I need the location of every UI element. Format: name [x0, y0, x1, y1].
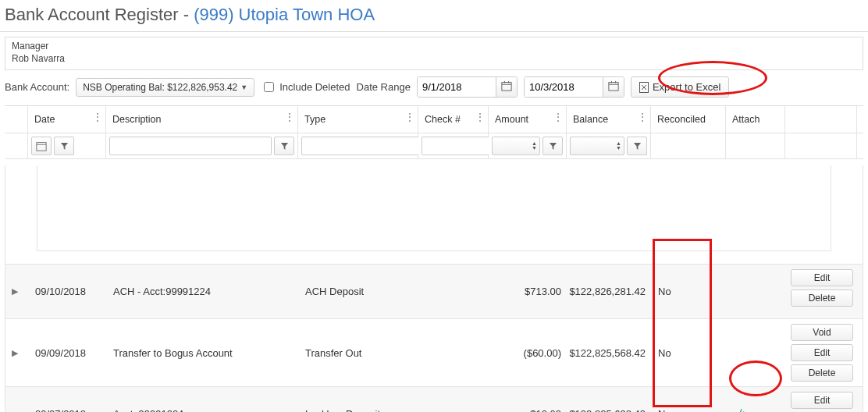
expand-icon[interactable]: ▶ [12, 286, 18, 297]
column-menu-icon[interactable]: ⋮ [404, 111, 414, 123]
cell-date: 09/09/2018 [29, 319, 107, 386]
svg-rect-0 [502, 83, 511, 91]
detail-panel-empty [37, 165, 831, 251]
paperclip-icon[interactable] [733, 408, 745, 412]
filter-date [28, 133, 106, 158]
filter-balance: ▲▼ [567, 133, 651, 158]
cell-reconciled: No [652, 387, 727, 412]
filter-icon[interactable] [627, 137, 647, 155]
table-row: ▶ 09/10/2018 ACH - Acct:99991224 ACH Dep… [5, 264, 863, 318]
col-date-label: Date [34, 114, 55, 125]
hoa-link[interactable]: (999) Utopia Town HOA [194, 5, 375, 24]
excel-icon [639, 82, 649, 93]
export-excel-button[interactable]: Export to Excel [631, 76, 729, 98]
edit-button[interactable]: Edit [791, 269, 853, 286]
filter-type-input[interactable] [301, 137, 426, 155]
cell-attach[interactable] [727, 387, 786, 412]
date-from-field[interactable] [417, 76, 518, 98]
cell-balance: $122,825,568.42 [567, 319, 652, 386]
column-menu-icon[interactable]: ⋮ [284, 111, 294, 123]
table-row: ▶ 09/09/2018 Transfer to Bogus Account T… [5, 318, 863, 386]
col-check-label: Check # [425, 114, 461, 125]
date-from-input[interactable] [418, 77, 496, 97]
cell-description: ACH - Acct:99991224 [107, 265, 299, 318]
cell-reconciled: No [652, 265, 727, 318]
delete-button[interactable]: Delete [791, 364, 853, 382]
chevron-down-icon: ▼ [240, 83, 247, 91]
column-menu-icon[interactable]: ⋮ [92, 111, 102, 123]
date-picker-icon[interactable] [31, 137, 52, 155]
calendar-icon[interactable] [496, 77, 517, 97]
date-to-input[interactable] [525, 77, 603, 97]
column-menu-icon[interactable]: ⋮ [553, 111, 563, 123]
col-balance-label: Balance [573, 114, 608, 125]
svg-rect-9 [37, 143, 46, 151]
col-type[interactable]: Type⋮ [298, 106, 418, 133]
filter-expand [5, 133, 28, 158]
col-amount[interactable]: Amount⋮ [489, 106, 567, 133]
delete-button[interactable]: Delete [791, 289, 853, 307]
register-grid: Date⋮ Description⋮ Type⋮ Check #⋮ Amount… [5, 105, 863, 412]
header-row: Date⋮ Description⋮ Type⋮ Check #⋮ Amount… [5, 106, 863, 133]
filter-icon[interactable] [54, 137, 74, 155]
filter-check [418, 133, 489, 158]
cell-attach [727, 319, 786, 386]
include-deleted-checkbox[interactable]: Include Deleted [261, 80, 350, 94]
cell-check [419, 265, 489, 318]
cell-type: Transfer Out [299, 319, 419, 386]
manager-label: Manager [12, 41, 856, 53]
title-prefix: Bank Account Register - [5, 5, 194, 24]
page-title: Bank Account Register - (999) Utopia Tow… [0, 0, 868, 32]
cell-type: Lockbox Deposit [299, 387, 419, 412]
col-balance[interactable]: Balance⋮ [567, 106, 651, 133]
filter-icon[interactable] [542, 137, 563, 155]
edit-button[interactable]: Edit [791, 344, 853, 361]
edit-button[interactable]: Edit [791, 392, 853, 409]
col-attach-label: Attach [732, 114, 760, 125]
col-description[interactable]: Description⋮ [106, 106, 298, 133]
col-attach[interactable]: Attach [726, 106, 785, 133]
filter-description-input[interactable] [109, 137, 272, 155]
cell-description: Acct: 99991224 [107, 387, 299, 412]
bank-account-value: NSB Operating Bal: $122,826,953.42 [83, 82, 237, 93]
table-row: ▼ 09/07/2018 Acct: 99991224 Lockbox Depo… [5, 386, 863, 412]
filter-description [106, 133, 298, 158]
expand-icon[interactable]: ▶ [12, 348, 18, 358]
col-desc-label: Description [112, 114, 162, 125]
calendar-icon[interactable] [603, 77, 624, 97]
filter-amount: ▲▼ [489, 133, 567, 158]
filter-icon[interactable] [274, 137, 294, 155]
cell-balance: $122,826,281.42 [567, 265, 652, 318]
manager-info: Manager Rob Navarra [5, 37, 863, 70]
filter-attach [726, 133, 785, 158]
column-menu-icon[interactable]: ⋮ [475, 111, 485, 123]
col-check[interactable]: Check #⋮ [418, 106, 489, 133]
cell-check [419, 319, 489, 386]
cell-date: 09/07/2018 [29, 387, 107, 412]
date-range-label: Date Range [357, 81, 411, 93]
cell-type: ACH Deposit [299, 265, 419, 318]
col-date[interactable]: Date⋮ [28, 106, 106, 133]
numeric-stepper-icon[interactable]: ▲▼ [492, 137, 540, 155]
bank-account-select[interactable]: NSB Operating Bal: $122,826,953.42 ▼ [76, 78, 254, 97]
date-to-field[interactable] [524, 76, 624, 98]
manager-name: Rob Navarra [12, 53, 856, 66]
void-button[interactable]: Void [791, 324, 853, 341]
col-reconciled[interactable]: Reconciled [651, 106, 726, 133]
filter-bar: Bank Account: NSB Operating Bal: $122,82… [0, 70, 868, 105]
col-amount-label: Amount [495, 114, 528, 125]
filter-actions [785, 133, 857, 158]
include-deleted-input[interactable] [264, 82, 274, 92]
cell-amount: ($60.00) [489, 319, 567, 386]
col-actions [785, 106, 857, 133]
cell-attach [727, 265, 786, 318]
col-expand [5, 106, 28, 133]
filter-reconciled [651, 133, 726, 158]
column-menu-icon[interactable]: ⋮ [637, 111, 647, 123]
col-reconciled-label: Reconciled [657, 114, 706, 125]
cell-amount: $12.00 [489, 387, 567, 412]
filter-type [298, 133, 418, 158]
numeric-stepper-icon[interactable]: ▲▼ [570, 137, 624, 155]
svg-rect-4 [609, 83, 618, 91]
filter-row: ▲▼ ▲▼ [5, 133, 863, 159]
